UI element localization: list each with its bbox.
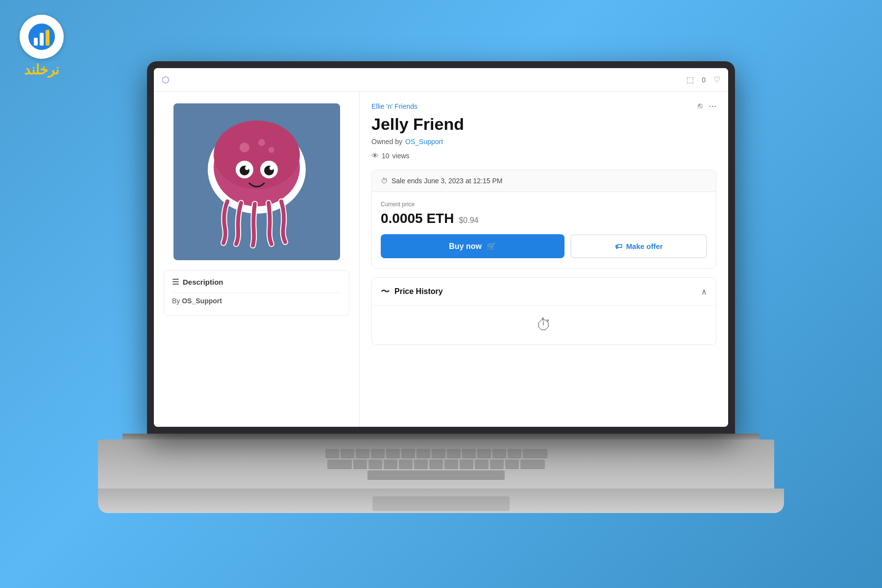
key — [447, 449, 461, 458]
key — [523, 449, 547, 458]
key — [490, 460, 504, 468]
price-value: 0.0005 ETH $0.94 — [381, 211, 707, 226]
keyboard-area — [98, 440, 774, 489]
timer-clock-icon: ⏱ — [381, 177, 388, 185]
price-usd: $0.94 — [459, 216, 478, 225]
nft-title: Jelly Friend — [371, 115, 716, 134]
key — [508, 449, 521, 458]
key — [444, 460, 458, 468]
key — [371, 449, 385, 458]
left-panel: ☰ Description By OS_Support — [154, 92, 360, 427]
keyboard-row-1 — [325, 449, 547, 458]
screen-content: ☰ Description By OS_Support Ellie 'n' Fr… — [154, 92, 728, 427]
key — [416, 449, 430, 458]
description-body: By OS_Support — [172, 293, 341, 309]
key — [414, 460, 428, 468]
key — [477, 449, 491, 458]
trackpad[interactable] — [372, 496, 510, 511]
price-eth: 0.0005 ETH — [381, 211, 454, 226]
svg-point-6 — [214, 121, 300, 189]
key — [460, 460, 473, 468]
price-history-label: Price History — [394, 287, 443, 296]
views-label: views — [392, 152, 410, 160]
key — [368, 460, 382, 468]
key — [384, 460, 397, 468]
laptop-wrapper: ⬡ ⬚ 0 ♡ — [122, 61, 760, 527]
svg-point-14 — [245, 166, 249, 170]
collection-actions: ⎋ ⋯ — [698, 101, 716, 111]
key — [341, 449, 354, 458]
nft-image-container — [173, 103, 340, 260]
eye-icon: 👁 — [371, 151, 379, 160]
tag-icon: 🏷 — [615, 242, 622, 250]
key — [475, 460, 489, 468]
svg-rect-2 — [40, 33, 44, 46]
key — [432, 449, 445, 458]
cart-icon: 🛒 — [487, 242, 496, 251]
right-panel: Ellie 'n' Friends ⎋ ⋯ Jelly Friend Owned… — [360, 92, 728, 427]
key — [386, 449, 400, 458]
logo-area: نرخلند — [20, 15, 64, 78]
collection-row: Ellie 'n' Friends ⎋ ⋯ — [371, 101, 716, 111]
trend-icon: 〜 — [381, 286, 390, 297]
price-history-body: ⏱ — [372, 305, 716, 344]
key — [325, 449, 339, 458]
laptop-hinge — [122, 434, 760, 440]
key — [505, 460, 519, 468]
key — [356, 449, 369, 458]
keyboard-row-3 — [368, 470, 505, 479]
buy-actions: Buy now 🛒 🏷 Make offer — [381, 234, 707, 258]
svg-point-8 — [258, 139, 265, 146]
owner-link[interactable]: OS_Support — [405, 138, 443, 146]
screen-topbar: ⬡ ⬚ 0 ♡ — [154, 68, 728, 92]
description-title: Description — [183, 278, 223, 286]
laptop-screen: ⬡ ⬚ 0 ♡ — [147, 61, 735, 434]
key — [327, 460, 352, 468]
price-label: Current price — [381, 201, 707, 208]
key — [399, 460, 413, 468]
topbar-actions: ⬚ 0 ♡ — [686, 75, 720, 84]
description-author: OS_Support — [182, 297, 222, 305]
share-icon[interactable]: ⎋ — [698, 101, 703, 111]
price-history-header: 〜 Price History ∧ — [372, 278, 716, 305]
laptop-base-outer — [98, 440, 784, 513]
svg-point-15 — [270, 166, 273, 170]
collection-name[interactable]: Ellie 'n' Friends — [371, 102, 417, 110]
svg-point-9 — [269, 147, 274, 153]
buy-now-button[interactable]: Buy now 🛒 — [381, 234, 564, 258]
spacebar-key — [368, 470, 505, 479]
description-header: ☰ Description — [172, 277, 341, 287]
sale-timer-text: Sale ends June 3, 2023 at 12:15 PM — [392, 177, 503, 185]
views-count: 10 — [382, 152, 390, 160]
key — [401, 449, 415, 458]
key — [462, 449, 476, 458]
share-square-icon[interactable]: ⬚ — [686, 75, 694, 84]
make-offer-label: Make offer — [626, 242, 663, 250]
svg-point-7 — [240, 143, 249, 152]
svg-rect-3 — [46, 30, 49, 46]
key — [520, 460, 545, 468]
logo-circle — [20, 15, 64, 59]
description-by: By — [172, 297, 180, 305]
logo-icon — [27, 22, 56, 51]
owned-by-label: Owned by — [371, 138, 402, 146]
topbar-count: 0 — [702, 76, 706, 84]
price-history-section: 〜 Price History ∧ ⏱ — [371, 277, 716, 345]
more-options-icon[interactable]: ⋯ — [709, 101, 716, 111]
sale-timer: ⏱ Sale ends June 3, 2023 at 12:15 PM — [372, 170, 716, 192]
collapse-icon[interactable]: ∧ — [701, 287, 707, 296]
laptop-foot — [98, 489, 784, 513]
description-icon: ☰ — [172, 277, 179, 287]
key — [492, 449, 506, 458]
key — [353, 460, 367, 468]
logo-text: نرخلند — [24, 62, 59, 78]
ethereum-icon: ⬡ — [162, 74, 170, 85]
jellyfish-illustration — [198, 111, 316, 253]
screen-inner: ⬡ ⬚ 0 ♡ — [154, 68, 728, 427]
price-section: Current price 0.0005 ETH $0.94 Buy now 🛒 — [372, 192, 716, 268]
price-history-title: 〜 Price History — [381, 286, 443, 297]
heart-icon[interactable]: ♡ — [713, 75, 720, 84]
make-offer-button[interactable]: 🏷 Make offer — [570, 234, 707, 258]
views-row: 👁 10 views — [371, 151, 716, 160]
key — [429, 460, 443, 468]
